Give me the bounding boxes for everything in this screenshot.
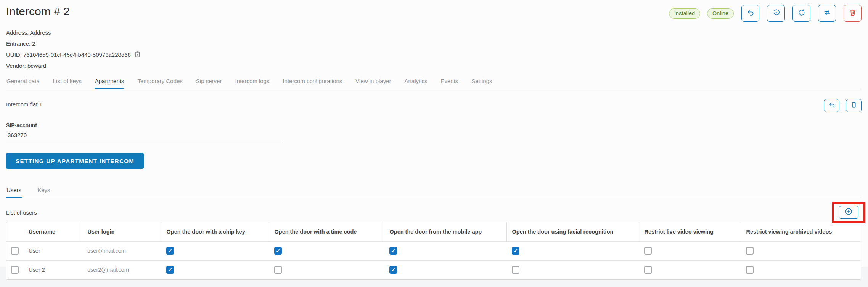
row-select-checkbox[interactable] — [11, 247, 19, 255]
page-content: Intercom # 2 InstalledOnline — [0, 0, 868, 267]
undo-arrow-icon — [828, 101, 836, 110]
column-header-chip: Open the door with a chip key — [161, 222, 269, 241]
tab-temporary-codes[interactable]: Temporary Codes — [137, 76, 183, 89]
flat-title: Intercom flat 1 — [6, 99, 42, 107]
tab-list-of-keys[interactable]: List of keys — [53, 76, 82, 89]
archive-checkbox[interactable] — [746, 266, 754, 274]
sip-account-field: SIP-account — [6, 122, 283, 142]
list-of-users-title: List of users — [6, 209, 37, 216]
user-row: User 2user2@mail.com✓✓ — [6, 260, 862, 279]
sync-button[interactable] — [818, 5, 836, 22]
timecode-cell: ✓ — [269, 241, 384, 260]
add-user-button[interactable] — [839, 206, 858, 219]
plus-circle-icon — [844, 207, 853, 218]
mobile-phone-icon — [850, 101, 858, 110]
subtab-users[interactable]: Users — [6, 185, 22, 198]
mobile-cell: ✓ — [384, 241, 506, 260]
device-action-buttons — [741, 5, 862, 22]
replay-icon — [772, 8, 780, 18]
user-login-cell: user2@mail.com — [82, 260, 161, 279]
list-of-users-header: List of users — [6, 201, 862, 223]
timecode-checkbox[interactable] — [274, 266, 282, 274]
page-title: Intercom # 2 — [6, 4, 70, 19]
setup-apartment-intercom-button[interactable]: SETTING UP APARTMENT INTERCOM — [6, 153, 144, 169]
mobile-checkbox[interactable]: ✓ — [389, 247, 397, 255]
facial-cell — [506, 260, 639, 279]
live-checkbox[interactable] — [644, 247, 652, 255]
tab-general-data[interactable]: General data — [6, 76, 40, 89]
online-status-badge: Online — [707, 8, 734, 19]
meta-entrance: Entrance: 2 — [6, 38, 862, 49]
tab-sip-server[interactable]: Sip server — [196, 76, 222, 89]
chip-cell: ✓ — [161, 241, 269, 260]
chip-cell: ✓ — [161, 260, 269, 279]
flat-action-buttons — [824, 99, 862, 112]
restart-button[interactable] — [767, 5, 785, 22]
annotation-highlight-box — [832, 202, 865, 223]
row-select-checkbox[interactable] — [11, 266, 19, 274]
flat-mobile-button[interactable] — [846, 99, 862, 112]
tab-intercom-configurations[interactable]: Intercom configurations — [282, 76, 342, 89]
header-actions: InstalledOnline — [669, 5, 862, 22]
column-header-timecode: Open the door with a time code — [269, 222, 384, 241]
user-row: Useruser@mail.com✓✓✓✓ — [6, 241, 862, 260]
tab-events[interactable]: Events — [440, 76, 459, 89]
facial-checkbox[interactable]: ✓ — [512, 247, 519, 255]
column-header-facial: Open the door using facial recognition — [506, 222, 639, 241]
tab-settings[interactable]: Settings — [471, 76, 492, 89]
sip-account-label: SIP-account — [6, 122, 283, 128]
tab-intercom-logs[interactable]: Intercom logs — [235, 76, 270, 89]
timecode-cell — [269, 260, 384, 279]
sub-tabbar: UsersKeys — [6, 185, 862, 198]
refresh-button[interactable] — [792, 5, 810, 22]
delete-button[interactable] — [844, 5, 862, 22]
timecode-checkbox[interactable]: ✓ — [274, 247, 282, 255]
archive-cell — [741, 260, 862, 279]
undo-arrow-icon — [746, 8, 755, 18]
user-login-cell: user@mail.com — [82, 241, 161, 260]
device-meta: Address: Address Entrance: 2 UUID: 76104… — [6, 27, 862, 71]
row-select-cell — [6, 260, 23, 279]
uuid-text: UUID: 76104659-01cf-45e4-b449-50973a228d… — [6, 51, 131, 58]
mobile-checkbox[interactable]: ✓ — [389, 266, 397, 274]
trash-icon — [849, 8, 857, 18]
sync-arrows-icon — [823, 8, 831, 18]
column-header-login: User login — [82, 222, 161, 241]
tab-view-in-player[interactable]: View in player — [355, 76, 391, 89]
live-checkbox[interactable] — [644, 266, 652, 274]
page-header: Intercom # 2 InstalledOnline — [6, 4, 862, 22]
column-header-select — [6, 222, 23, 241]
facial-cell: ✓ — [506, 241, 639, 260]
meta-address: Address: Address — [6, 27, 862, 38]
row-select-cell — [6, 241, 23, 260]
live-cell — [639, 260, 741, 279]
flat-section-header: Intercom flat 1 — [6, 99, 862, 112]
refresh-icon — [797, 8, 806, 18]
archive-checkbox[interactable] — [746, 247, 754, 255]
column-header-username: Username — [23, 222, 82, 241]
installed-status-badge: Installed — [669, 8, 700, 19]
meta-vendor: Vendor: beward — [6, 60, 862, 71]
flat-undo-button[interactable] — [824, 99, 839, 112]
username-cell: User 2 — [23, 260, 82, 279]
mobile-cell: ✓ — [384, 260, 506, 279]
chip-checkbox[interactable]: ✓ — [166, 266, 174, 274]
archive-cell — [741, 241, 862, 260]
main-tabbar: General dataList of keysApartmentsTempor… — [6, 76, 862, 89]
users-table: UsernameUser loginOpen the door with a c… — [6, 222, 861, 280]
facial-checkbox[interactable] — [512, 266, 519, 274]
undo-button[interactable] — [741, 5, 759, 22]
live-cell — [639, 241, 741, 260]
username-cell: User — [23, 241, 82, 260]
column-header-mobile: Open the door from the mobile app — [384, 222, 506, 241]
copy-uuid-icon[interactable] — [134, 51, 141, 59]
tab-apartments[interactable]: Apartments — [95, 76, 125, 89]
sip-account-input[interactable] — [6, 129, 283, 142]
table-header-row: UsernameUser loginOpen the door with a c… — [6, 222, 862, 241]
chip-checkbox[interactable]: ✓ — [166, 247, 174, 255]
meta-uuid: UUID: 76104659-01cf-45e4-b449-50973a228d… — [6, 49, 862, 60]
status-badges: InstalledOnline — [669, 8, 734, 19]
tab-analytics[interactable]: Analytics — [404, 76, 428, 89]
column-header-live: Restrict live video viewing — [639, 222, 741, 241]
subtab-keys[interactable]: Keys — [37, 185, 50, 198]
